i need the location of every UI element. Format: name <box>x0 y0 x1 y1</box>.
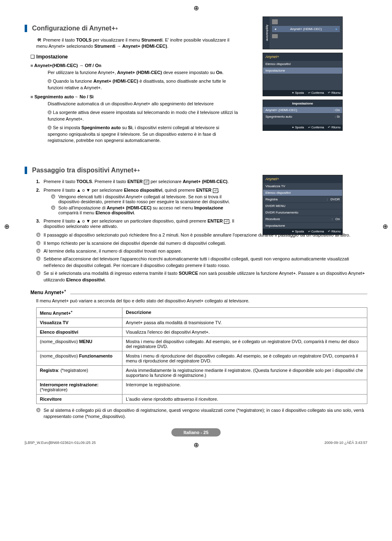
enter-icon: ⏎ <box>224 219 229 224</box>
table-row: RicevitoreL'audio viene riprodotto attra… <box>37 395 367 404</box>
table-cell: Mostra i menu del dispositivo collegato.… <box>122 337 367 351</box>
osd-header: Anynet+ <box>263 53 342 60</box>
section-title-config: Configurazione di Anynet++ <box>25 25 238 32</box>
table-cell: Interrompere registrazione: (*registrato… <box>37 380 122 395</box>
osd-row: Spegnimento auto: Sì <box>263 113 342 120</box>
table-cell: (nome_dispositivo) Funzionamento <box>37 351 122 366</box>
osd-row: Impostazione <box>263 222 342 229</box>
osd-footer: Sposta Conferma Ritorno <box>263 125 342 130</box>
row1-note: Quando la funzione Anynet+ (HDMI-CEC) è … <box>48 78 238 91</box>
step2-note2: 🅝 Solo all'impostazione di Anynet+ (HDMI… <box>51 205 238 215</box>
crop-mark-left: ⊕ <box>4 223 9 230</box>
table-row: Visualizza TVAnynet+ passa alla modalità… <box>37 318 367 327</box>
menu-intro: Il menu Anynet+ può variare a seconda de… <box>36 298 367 304</box>
step-2: 2. Premere il tasto ▲ o ▼ per selezionar… <box>36 188 238 215</box>
step-1: 1. Premere il tasto TOOLS. Premere il ta… <box>36 179 238 184</box>
table-cell: Interrompe la registrazione. <box>122 380 367 395</box>
footer-left: [LB5P_W.Euro]BN68-02362A-01L09.i25 25 <box>25 441 96 445</box>
enter-icon: ⏎ <box>213 188 218 193</box>
sub-impostazione: Impostazione <box>30 54 238 60</box>
table-header: Descrizione <box>122 308 367 318</box>
osd-footer: Sposta Conferma Ritorno <box>263 229 342 235</box>
plus-sup: + <box>137 168 140 173</box>
section-title-passaggio: Passaggio tra dispositivi Anynet++ <box>25 167 238 174</box>
table-cell: (nome_dispositivo) MENU <box>37 337 122 351</box>
option-spegnimento: Spegnimento auto→ No / Sì <box>30 94 238 99</box>
osd-header: Anynet+ <box>263 175 342 183</box>
osd-footer: Sposta Conferma Ritorno <box>263 90 342 96</box>
note-item: 🅝Il tempo richiesto per la scansione dei… <box>36 240 367 246</box>
section-title-text: Configurazione di Anynet+ <box>32 25 115 32</box>
row2-note1: La sorgente attiva deve essere impostata… <box>48 109 238 122</box>
table-header: Menu Anynet++ <box>37 308 122 318</box>
intro-paragraph: 🛠 Premere il tasto TOOLS per visualizzar… <box>36 37 238 50</box>
osd-row-selected: Elenco dispositivi <box>263 189 342 196</box>
osd-row: Visualizza TV <box>263 183 342 189</box>
table-row: Registra: (*registratore)Avvia immediata… <box>37 366 367 380</box>
osd-app-icon <box>272 19 278 24</box>
table-note: 🅝Se al sistema è collegato più di un dis… <box>36 407 367 420</box>
table-cell: Elenco dispositivi <box>37 327 122 337</box>
osd-row: Elenco dispositivi <box>263 60 342 67</box>
menu-anynet-heading: Menu Anynet++ <box>30 289 367 295</box>
osd-anynet-menu: Anynet+ Elenco dispositivi Impostazione … <box>263 53 343 96</box>
menu-table: Menu Anynet++ Descrizione Visualizza TVA… <box>36 307 367 404</box>
table-row: (nome_dispositivo) FunzionamentoMostra i… <box>37 351 367 366</box>
table-row: Interrompere registrazione: (*registrato… <box>37 380 367 395</box>
step2-note1: 🅝Vengono elencati tutti i dispositivi An… <box>51 194 238 204</box>
enter-icon: ⏎ <box>144 180 149 184</box>
note-icon <box>48 110 53 115</box>
row1-text: Per utilizzare la funzione Anynet+, Anyn… <box>48 70 238 76</box>
osd-title-bar: Impostazione <box>263 100 342 107</box>
table-cell: Visualizza TV <box>37 318 122 327</box>
osd-tv-menu: Applicazione ◂Anynet+ (HDMI-CEC)▸ <box>263 16 343 49</box>
osd-row: Ricevitore: On <box>263 216 342 222</box>
osd-impostazione: Impostazione Anynet+ (HDMI-CEC): On Speg… <box>263 100 343 131</box>
row2-text: Disattivazione automatica di un disposit… <box>48 101 238 107</box>
table-cell: L'audio viene riprodotto attraverso il r… <box>122 395 367 404</box>
osd-row: Registra: DVDR <box>263 196 342 202</box>
note-icon <box>48 79 53 84</box>
osd-device-list: Anynet+ Visualizza TV Elenco dispositivi… <box>263 175 343 235</box>
osd-app-icon-2 <box>272 34 278 38</box>
note-item: 🅝Al termine della scansione, il numero d… <box>36 248 367 254</box>
osd-row-selected: Impostazione <box>263 67 342 74</box>
osd-row: DVDR Funzionamento <box>263 209 342 216</box>
row2-note2: Se si imposta Spegnimento auto su Sì, i … <box>48 125 238 144</box>
tools-icon: 🛠 <box>36 37 42 43</box>
table-cell: Visualizza l'elenco dei dispositivi Anyn… <box>122 327 367 337</box>
table-cell: Anynet+ passa alla modalità di trasmissi… <box>122 318 367 327</box>
osd-row-selected: Anynet+ (HDMI-CEC): On <box>263 107 342 113</box>
section-title-text: Passaggio tra dispositivi Anynet+ <box>32 167 137 174</box>
osd-side-label: Applicazione <box>263 17 270 49</box>
plus-sup: + <box>115 26 118 31</box>
table-row: Elenco dispositiviVisualizza l'elenco de… <box>37 327 367 337</box>
note-item: 🅝Sebbene all'accensione del televisore l… <box>36 256 367 269</box>
page-number: Italiano - 25 <box>171 428 221 437</box>
option-anynet-cec: Anynet+(HDMI-CEC) → Off / On <box>30 63 238 68</box>
osd-row: DVDR MENU <box>263 202 342 209</box>
note-icon <box>48 125 53 130</box>
step-3: 3. Premere il tasto ▲ o ▼ per selezionar… <box>36 218 238 229</box>
table-cell: Mostra i menu di riproduzione del dispos… <box>122 351 367 366</box>
table-cell: Avvia immediatamente la registrazione me… <box>122 366 367 380</box>
print-footer: [LB5P_W.Euro]BN68-02362A-01L09.i25 25 20… <box>25 441 367 445</box>
note-item: 🅝 Se si è selezionata una modalità di in… <box>36 270 367 283</box>
osd-tv-item: ◂Anynet+ (HDMI-CEC)▸ <box>272 26 340 32</box>
footer-right: 2009-09-10 ¿ÀÈÄ 3:43:57 <box>324 441 367 445</box>
table-row: (nome_dispositivo) MENUMostra i menu del… <box>37 337 367 351</box>
table-cell: Registra: (*registratore) <box>37 366 122 380</box>
crop-mark-right: ⊕ <box>383 223 388 230</box>
table-cell: Ricevitore <box>37 395 122 404</box>
